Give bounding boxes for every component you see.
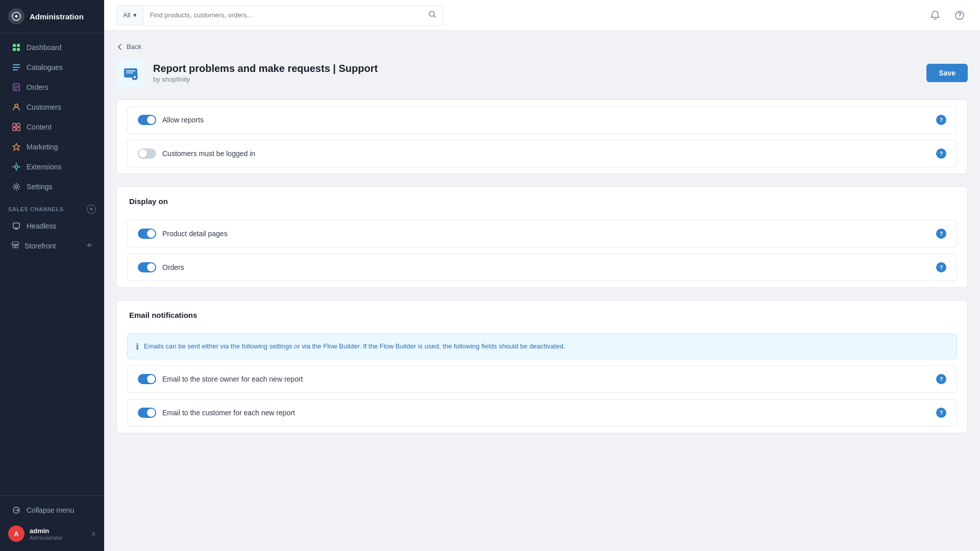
collapse-icon — [11, 505, 21, 515]
avatar: A — [8, 525, 24, 542]
svg-rect-2 — [17, 44, 20, 47]
svg-rect-16 — [17, 128, 20, 131]
svg-rect-3 — [13, 48, 16, 51]
catalogues-icon — [11, 62, 21, 72]
sidebar-item-headless[interactable]: Headless — [3, 216, 101, 236]
topbar-actions — [927, 7, 968, 23]
store-owner-email-help-icon[interactable]: ? — [936, 374, 946, 384]
help-icon[interactable] — [951, 7, 968, 23]
user-name: admin — [30, 527, 91, 535]
sidebar-item-label: Storefront — [24, 242, 56, 250]
sidebar-item-marketing[interactable]: Marketing — [3, 137, 101, 157]
toggle-knob — [147, 409, 155, 417]
toggle-knob — [147, 116, 155, 124]
orders-display-toggle[interactable] — [138, 262, 156, 272]
sidebar-footer: Collapse menu A admin Administrator ∧ — [0, 495, 104, 551]
store-owner-email-label: Email to the store owner for each new re… — [162, 375, 303, 383]
storefront-left: Storefront — [11, 241, 56, 251]
svg-rect-23 — [13, 223, 19, 228]
allow-reports-label: Allow reports — [162, 116, 204, 124]
svg-rect-24 — [13, 245, 15, 248]
save-button[interactable]: Save — [926, 64, 968, 82]
customer-email-label: Email to the customer for each new repor… — [162, 409, 295, 417]
sidebar-item-label: Extensions — [27, 163, 61, 171]
svg-rect-14 — [17, 123, 20, 127]
toggle-left: Product detail pages — [138, 229, 228, 239]
customer-email-row: Email to the customer for each new repor… — [127, 399, 957, 427]
marketing-icon — [11, 142, 21, 152]
toggle-left: Allow reports — [138, 115, 204, 125]
collapse-menu-button[interactable]: Collapse menu — [3, 500, 101, 520]
info-icon: ℹ — [136, 342, 139, 352]
svg-point-20 — [12, 166, 13, 167]
sidebar-item-label: Catalogues — [27, 63, 63, 71]
svg-rect-11 — [14, 89, 17, 90]
sidebar-item-label: Settings — [27, 183, 53, 191]
sidebar-title: Administration — [30, 12, 84, 21]
orders-display-help-icon[interactable]: ? — [936, 262, 946, 272]
search-button[interactable] — [422, 10, 443, 20]
sidebar-item-orders[interactable]: Orders — [3, 78, 101, 97]
app-logo — [8, 8, 24, 24]
product-detail-toggle[interactable] — [138, 229, 156, 239]
svg-rect-32 — [126, 70, 135, 71]
orders-icon — [11, 82, 21, 92]
svg-point-22 — [15, 186, 18, 188]
filter-chevron-icon: ▾ — [133, 11, 137, 19]
sidebar-item-label: Orders — [27, 83, 48, 91]
customers-icon — [11, 102, 21, 112]
main-area: All ▾ — [104, 0, 980, 551]
user-menu-chevron: ∧ — [91, 530, 96, 537]
add-sales-channel-button[interactable]: + — [87, 205, 96, 214]
svg-rect-7 — [13, 69, 18, 70]
toggle-knob — [147, 230, 155, 238]
sidebar-header: Administration — [0, 0, 104, 33]
svg-point-12 — [15, 104, 18, 107]
allow-reports-card: Allow reports ? Customers must be logged… — [116, 99, 968, 174]
svg-rect-9 — [14, 86, 18, 87]
plugin-subtitle: by shopfinity — [153, 76, 926, 83]
allow-reports-help-icon[interactable]: ? — [936, 115, 946, 125]
email-notifications-title: Email notifications — [117, 300, 967, 328]
sidebar-item-label: Marketing — [27, 143, 58, 151]
svg-point-18 — [16, 163, 17, 164]
sidebar-item-label: Customers — [27, 103, 61, 111]
product-detail-help-icon[interactable]: ? — [936, 229, 946, 239]
display-on-title: Display on — [117, 187, 967, 214]
sidebar-item-customers[interactable]: Customers — [3, 97, 101, 117]
customers-logged-toggle[interactable] — [138, 148, 156, 159]
toggle-knob — [139, 149, 147, 158]
notifications-icon[interactable] — [927, 7, 943, 23]
sidebar-item-dashboard[interactable]: Dashboard — [3, 38, 101, 57]
sidebar-item-extensions[interactable]: Extensions — [3, 157, 101, 177]
store-owner-email-toggle[interactable] — [138, 374, 156, 384]
svg-rect-33 — [126, 72, 133, 73]
toggle-left: Orders — [138, 262, 184, 272]
sidebar-item-content[interactable]: Content — [3, 117, 101, 137]
search-filter-dropdown[interactable]: All ▾ — [117, 6, 143, 25]
user-section[interactable]: A admin Administrator ∧ — [0, 520, 104, 547]
user-role: Administrator — [30, 535, 91, 541]
sidebar-item-catalogues[interactable]: Catalogues — [3, 58, 101, 77]
back-label: Back — [127, 43, 141, 51]
settings-icon — [11, 182, 21, 192]
toggle-left: Email to the store owner for each new re… — [138, 374, 303, 384]
sidebar-item-storefront[interactable]: Storefront 👁 — [3, 236, 101, 255]
customer-email-toggle[interactable] — [138, 408, 156, 418]
search-bar: All ▾ — [116, 5, 443, 26]
allow-reports-toggle[interactable] — [138, 115, 156, 125]
storefront-visibility-icon[interactable]: 👁 — [86, 242, 93, 249]
svg-point-29 — [959, 17, 960, 18]
svg-rect-6 — [13, 67, 20, 68]
customer-email-help-icon[interactable]: ? — [936, 408, 946, 418]
toggle-knob — [147, 263, 155, 271]
search-input[interactable] — [143, 11, 422, 19]
sidebar-item-label: Dashboard — [27, 43, 62, 52]
back-link[interactable]: Back — [116, 43, 968, 51]
storefront-icon — [11, 241, 19, 251]
toggle-left: Email to the customer for each new repor… — [138, 408, 295, 418]
sidebar-item-label: Content — [27, 123, 52, 131]
customers-logged-help-icon[interactable]: ? — [936, 148, 946, 159]
product-detail-label: Product detail pages — [162, 230, 228, 238]
sidebar-item-settings[interactable]: Settings — [3, 177, 101, 196]
